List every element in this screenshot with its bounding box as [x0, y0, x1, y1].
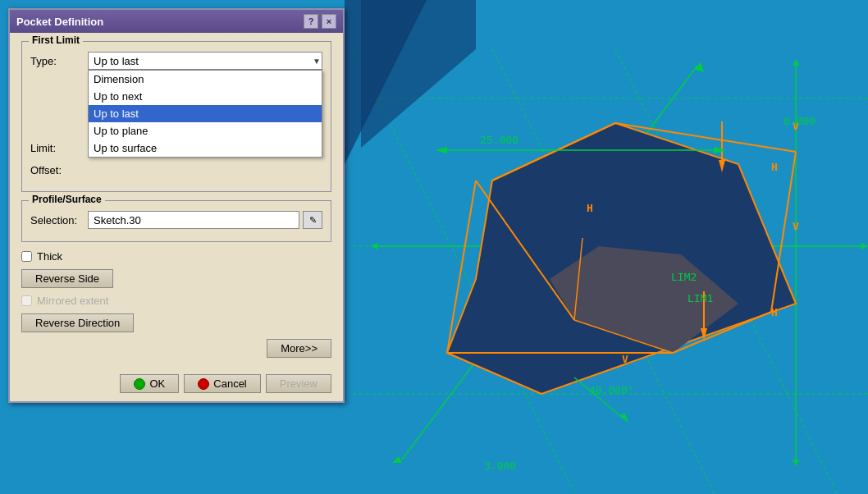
cancel-button[interactable]: Cancel	[184, 374, 260, 393]
svg-text:H: H	[587, 202, 593, 214]
dialog-title: Pocket Definition	[16, 16, 103, 28]
first-limit-group: First Limit Type: Up to last ▼ Dimension…	[21, 41, 331, 192]
type-dropdown[interactable]: Up to last ▼	[88, 52, 322, 70]
type-dropdown-menu: Dimension Up to next Up to last Up to pl…	[88, 70, 322, 158]
mirrored-extent-row: Mirrored extent	[21, 295, 331, 307]
profile-surface-title: Profile/Surface	[29, 194, 105, 205]
ok-button[interactable]: OK	[120, 374, 179, 393]
dropdown-item-up-to-next[interactable]: Up to next	[89, 88, 322, 105]
profile-surface-group: Profile/Surface Selection: ✎	[21, 200, 331, 242]
selection-label: Selection:	[30, 214, 88, 226]
reverse-direction-button[interactable]: Reverse Direction	[21, 313, 134, 332]
mirrored-extent-checkbox[interactable]	[21, 295, 32, 306]
offset-input[interactable]	[88, 161, 322, 179]
type-dropdown-value: Up to last	[94, 55, 139, 67]
svg-text:3.000: 3.000	[484, 460, 516, 472]
mirrored-extent-label: Mirrored extent	[37, 295, 108, 307]
thick-checkbox-row: Thick	[21, 250, 331, 263]
thick-checkbox[interactable]	[21, 251, 32, 262]
type-label: Type:	[30, 55, 88, 67]
svg-text:H: H	[771, 161, 778, 173]
offset-label: Offset:	[30, 164, 88, 176]
cancel-red-icon	[198, 378, 209, 390]
pocket-definition-dialog: Pocket Definition ? × First Limit Type: …	[8, 8, 345, 403]
dialog-close-button[interactable]: ×	[322, 14, 336, 29]
dropdown-item-up-to-surface[interactable]: Up to surface	[89, 140, 322, 157]
svg-text:0.000: 0.000	[783, 115, 815, 127]
thick-label: Thick	[37, 250, 62, 263]
selection-input[interactable]	[88, 211, 299, 229]
dropdown-item-dimension[interactable]: Dimension	[89, 71, 322, 88]
edit-selection-button[interactable]: ✎	[303, 211, 322, 229]
ok-green-icon	[134, 378, 145, 390]
dialog-bottom-buttons: OK Cancel Preview	[10, 369, 343, 401]
svg-text:V: V	[793, 220, 799, 232]
cancel-label: Cancel	[213, 377, 246, 390]
edit-icon: ✎	[309, 215, 317, 226]
more-button[interactable]: More>>	[267, 339, 331, 358]
svg-text:V: V	[622, 353, 628, 365]
dropdown-arrow-icon: ▼	[313, 57, 321, 66]
limit-label: Limit:	[30, 142, 88, 154]
svg-text:LIM2: LIM2	[671, 271, 697, 283]
svg-text:LIM1: LIM1	[688, 292, 713, 304]
first-limit-title: First Limit	[29, 34, 83, 46]
dialog-titlebar: Pocket Definition ? ×	[10, 10, 343, 33]
dropdown-item-up-to-plane[interactable]: Up to plane	[89, 122, 322, 140]
svg-text:25.000: 25.000	[480, 134, 519, 146]
dropdown-item-up-to-last[interactable]: Up to last	[89, 105, 322, 122]
ok-label: OK	[149, 377, 165, 390]
reverse-side-button[interactable]: Reverse Side	[21, 269, 113, 288]
svg-text:40.000°: 40.000°	[589, 384, 634, 396]
svg-text:H: H	[771, 306, 778, 318]
dialog-help-button[interactable]: ?	[304, 14, 318, 29]
preview-button[interactable]: Preview	[266, 374, 331, 393]
